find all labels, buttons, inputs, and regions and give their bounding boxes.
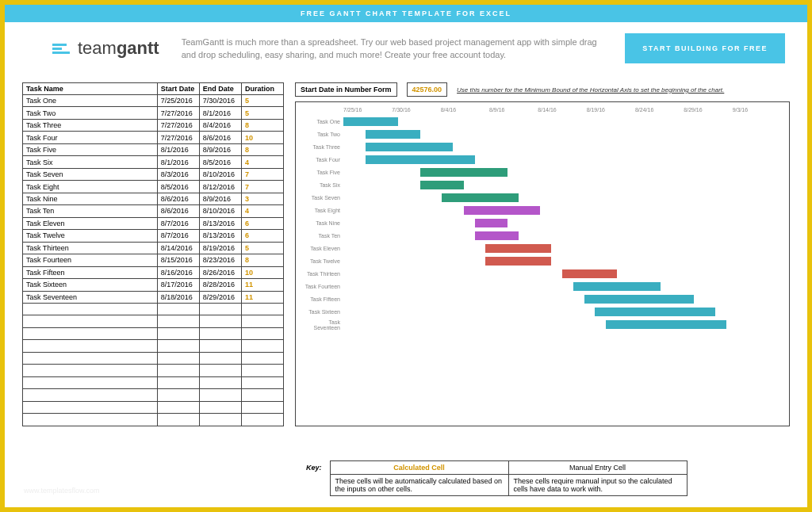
cell-start[interactable]: 8/16/2016 — [157, 266, 199, 278]
table-row-empty[interactable] — [23, 315, 284, 327]
cell-task-name[interactable]: Task Six — [23, 156, 158, 168]
chart-row: Task Seventeen — [304, 319, 781, 331]
col-end-date: End Date — [199, 83, 241, 95]
cell-task-name[interactable]: Task Seven — [23, 168, 158, 180]
cta-button[interactable]: START BUILDING FOR FREE — [625, 33, 785, 63]
table-row-empty[interactable] — [23, 365, 284, 376]
cell-task-name[interactable]: Task Two — [23, 107, 158, 119]
cell-end[interactable]: 8/19/2016 — [199, 242, 241, 254]
chart-row: Task Four — [304, 154, 781, 166]
table-row[interactable]: Task Seven8/3/20168/10/20167 — [23, 168, 284, 180]
table-row-empty[interactable] — [23, 327, 284, 339]
cell-start[interactable]: 8/17/2016 — [157, 279, 199, 291]
table-row[interactable]: Task Six8/1/20168/5/20164 — [23, 156, 284, 168]
table-row-empty[interactable] — [23, 352, 284, 364]
chart-date-tick: 8/9/16 — [489, 107, 538, 113]
table-row[interactable]: Task Ten8/6/20168/10/20164 — [23, 205, 284, 217]
cell-duration: 8 — [241, 143, 283, 155]
cell-duration: 11 — [241, 279, 283, 291]
cell-start[interactable]: 8/5/2016 — [157, 181, 199, 193]
cell-start[interactable]: 8/3/2016 — [157, 168, 199, 180]
table-row[interactable]: Task Thirteen8/14/20168/19/20165 — [23, 242, 284, 254]
table-row[interactable]: Task Eight8/5/20168/12/20167 — [23, 181, 284, 193]
col-start-date: Start Date — [157, 83, 199, 95]
cell-start[interactable]: 8/14/2016 — [157, 242, 199, 254]
cell-duration: 10 — [241, 266, 283, 278]
cell-task-name[interactable]: Task Fourteen — [23, 254, 158, 266]
gantt-chart: 7/25/167/30/168/4/168/9/168/14/168/19/16… — [295, 101, 790, 426]
table-row[interactable]: Task Five8/1/20168/9/20168 — [23, 143, 284, 155]
table-row-empty[interactable] — [23, 303, 284, 315]
cell-task-name[interactable]: Task Three — [23, 119, 158, 131]
table-row[interactable]: Task Seventeen8/18/20168/29/201611 — [23, 291, 284, 303]
cell-start[interactable]: 8/6/2016 — [157, 193, 199, 204]
cell-start[interactable]: 8/7/2016 — [157, 217, 199, 229]
cell-task-name[interactable]: Task Fifteen — [23, 266, 158, 278]
table-row[interactable]: Task Two7/27/20168/1/20165 — [23, 107, 284, 119]
cell-task-name[interactable]: Task One — [23, 95, 158, 107]
cell-end[interactable]: 8/13/2016 — [199, 217, 241, 229]
table-row[interactable]: Task Three7/27/20168/4/20168 — [23, 119, 284, 131]
table-row-empty[interactable] — [23, 389, 284, 401]
cell-start[interactable]: 8/15/2016 — [157, 254, 199, 266]
cell-duration: 5 — [241, 242, 283, 254]
cell-task-name[interactable]: Task Twelve — [23, 230, 158, 242]
cell-duration: 10 — [241, 132, 283, 143]
table-row-empty[interactable] — [23, 414, 284, 426]
cell-start[interactable]: 8/1/2016 — [157, 156, 199, 168]
table-row[interactable]: Task Fifteen8/16/20168/26/201610 — [23, 266, 284, 278]
cell-end[interactable]: 8/9/2016 — [199, 143, 241, 155]
cell-end[interactable]: 8/28/2016 — [199, 279, 241, 291]
watermark: www.templatesflow.com — [24, 487, 100, 495]
cell-task-name[interactable]: Task Ten — [23, 205, 158, 217]
cell-task-name[interactable]: Task Sixteen — [23, 279, 158, 291]
cell-task-name[interactable]: Task Five — [23, 143, 158, 155]
table-row[interactable]: Task Twelve8/7/20168/13/20166 — [23, 230, 284, 242]
chart-row: Task Fourteen — [304, 281, 781, 292]
cell-start[interactable]: 8/7/2016 — [157, 230, 199, 242]
cell-end[interactable]: 8/6/2016 — [199, 132, 241, 143]
cell-end[interactable]: 8/26/2016 — [199, 266, 241, 278]
chart-row-label: Task Eleven — [304, 246, 343, 251]
cell-end[interactable]: 8/13/2016 — [199, 230, 241, 242]
cell-start[interactable]: 7/27/2016 — [157, 119, 199, 131]
cell-start[interactable]: 8/18/2016 — [157, 291, 199, 303]
table-row[interactable]: Task Sixteen8/17/20168/28/201611 — [23, 279, 284, 291]
cell-task-name[interactable]: Task Nine — [23, 193, 158, 204]
cell-end[interactable]: 7/30/2016 — [199, 95, 241, 107]
table-row-empty[interactable] — [23, 340, 284, 352]
cell-start[interactable]: 7/25/2016 — [157, 95, 199, 107]
cell-end[interactable]: 8/29/2016 — [199, 291, 241, 303]
table-row-empty[interactable] — [23, 376, 284, 388]
cell-start[interactable]: 8/6/2016 — [157, 205, 199, 217]
cell-task-name[interactable]: Task Seventeen — [23, 291, 158, 303]
table-row[interactable]: Task One7/25/20167/30/20165 — [23, 95, 284, 107]
cell-duration: 8 — [241, 119, 283, 131]
cell-task-name[interactable]: Task Four — [23, 132, 158, 143]
top-banner: FREE GANTT CHART TEMPLATE FOR EXCEL — [5, 5, 807, 22]
cell-end[interactable]: 8/10/2016 — [199, 205, 241, 217]
key-calc-desc: These cells will be automatically calcul… — [330, 475, 508, 496]
cell-start[interactable]: 8/1/2016 — [157, 143, 199, 155]
cell-end[interactable]: 8/9/2016 — [199, 193, 241, 204]
key-legend: Key: Calculated Cell Manual Entry Cell T… — [306, 460, 688, 496]
chart-row-label: Task Eight — [304, 208, 343, 213]
cell-end[interactable]: 8/4/2016 — [199, 119, 241, 131]
chart-row-label: Task Twelve — [304, 258, 343, 264]
cell-start[interactable]: 7/27/2016 — [157, 132, 199, 143]
cell-end[interactable]: 8/12/2016 — [199, 181, 241, 193]
cell-end[interactable]: 8/1/2016 — [199, 107, 241, 119]
table-row[interactable]: Task Four7/27/20168/6/201610 — [23, 132, 284, 143]
cell-task-name[interactable]: Task Thirteen — [23, 242, 158, 254]
table-row[interactable]: Task Nine8/6/20168/9/20163 — [23, 193, 284, 204]
table-row[interactable]: Task Fourteen8/15/20168/23/20168 — [23, 254, 284, 266]
chart-row-label: Task Three — [304, 144, 343, 150]
cell-task-name[interactable]: Task Eight — [23, 181, 158, 193]
cell-end[interactable]: 8/5/2016 — [199, 156, 241, 168]
table-row[interactable]: Task Eleven8/7/20168/13/20166 — [23, 217, 284, 229]
cell-end[interactable]: 8/23/2016 — [199, 254, 241, 266]
cell-start[interactable]: 7/27/2016 — [157, 107, 199, 119]
table-row-empty[interactable] — [23, 401, 284, 413]
cell-end[interactable]: 8/10/2016 — [199, 168, 241, 180]
cell-task-name[interactable]: Task Eleven — [23, 217, 158, 229]
